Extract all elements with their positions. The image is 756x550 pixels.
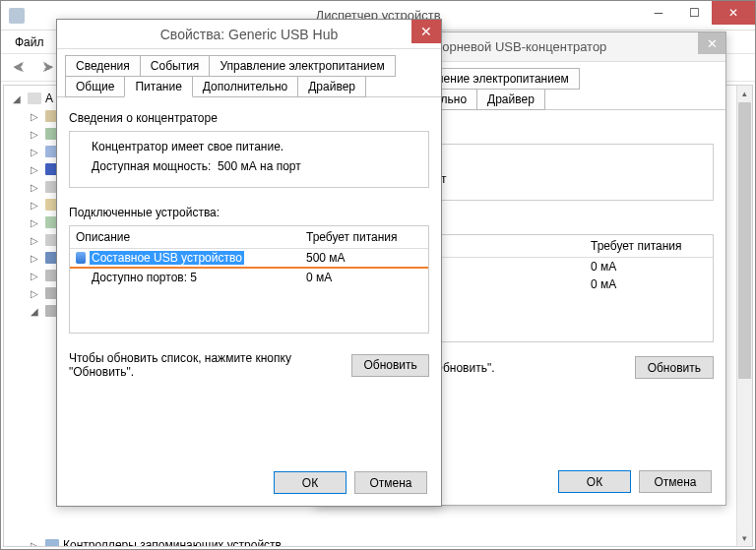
scroll-thumb[interactable] xyxy=(738,102,751,379)
properties-dialog-generic-hub: Свойства: Generic USB Hub ✕ Сведения Соб… xyxy=(56,19,442,507)
expand-icon[interactable]: ▷ xyxy=(28,540,41,548)
dialog-title: Корневой USB-концентратор xyxy=(435,39,607,54)
maximize-button[interactable]: ☐ xyxy=(676,1,712,25)
device-description: Составное USB устройство xyxy=(90,251,244,265)
refresh-button[interactable]: Обновить xyxy=(351,354,429,377)
refresh-button[interactable]: Обновить xyxy=(635,356,714,379)
close-button[interactable]: ✕ xyxy=(712,1,755,25)
scroll-down-icon[interactable]: ▾ xyxy=(737,530,752,546)
column-power-required[interactable]: Требует питания xyxy=(300,226,428,248)
computer-icon xyxy=(27,91,42,106)
hub-info-title: Сведения о концентраторе xyxy=(69,111,429,125)
connected-devices-table: Описание Требует питания Составное USB у… xyxy=(69,225,429,334)
tab-advanced[interactable]: Дополнительно xyxy=(192,76,298,97)
hub-self-powered-label: Концентратор имеет свое питание. xyxy=(92,140,418,153)
tab-driver[interactable]: Драйвер xyxy=(297,76,366,97)
column-power-required[interactable]: Требует питания xyxy=(585,235,713,257)
usb-device-icon xyxy=(76,252,86,264)
tab-power[interactable]: Питание xyxy=(124,76,192,97)
vertical-scrollbar[interactable]: ▴ ▾ xyxy=(736,86,752,546)
cancel-button[interactable]: Отмена xyxy=(354,471,427,494)
tab-driver[interactable]: Драйвер xyxy=(476,89,545,110)
storage-controller-icon xyxy=(44,537,60,547)
window-controls: ─ ☐ ✕ xyxy=(641,1,755,25)
expand-icon[interactable]: ◢ xyxy=(10,93,24,104)
dialog-titlebar[interactable]: Свойства: Generic USB Hub ✕ xyxy=(57,20,441,49)
column-description[interactable]: Описание xyxy=(70,226,300,248)
tab-general[interactable]: Общие xyxy=(65,76,125,97)
close-button[interactable]: ✕ xyxy=(411,20,441,43)
dialog-body: Сведения о концентраторе Концентратор им… xyxy=(57,97,441,389)
dialog-buttons: ОК Отмена xyxy=(274,471,427,494)
menu-file[interactable]: Файл xyxy=(7,33,52,51)
ok-button[interactable]: ОК xyxy=(558,470,631,493)
dialog-buttons: ОК Отмена xyxy=(558,470,712,493)
connected-devices-title: Подключенные устройства: xyxy=(69,206,429,219)
tree-item-storage[interactable]: ▷ Контроллеры запоминающих устройств xyxy=(10,536,746,547)
close-button[interactable]: ✕ xyxy=(698,32,725,54)
nav-back-button[interactable]: ⮜ xyxy=(7,57,31,79)
hub-available-power: Доступная мощность: 500 мА на порт xyxy=(92,159,418,173)
refresh-hint: Чтобы обновить список, нажмите кнопку "О… xyxy=(69,351,351,379)
dialog-title: Свойства: Generic USB Hub xyxy=(160,27,339,42)
table-row-selected[interactable]: Составное USB устройство 500 мА xyxy=(70,249,428,269)
tab-strip: Сведения События Управление электропитан… xyxy=(57,49,441,97)
device-description: Доступно портов: 5 xyxy=(92,271,197,284)
tab-events[interactable]: События xyxy=(140,55,211,77)
scroll-up-icon[interactable]: ▴ xyxy=(737,86,752,101)
table-row[interactable]: Доступно портов: 5 0 мА xyxy=(70,269,428,286)
device-power: 500 мА xyxy=(300,250,428,266)
tab-info[interactable]: Сведения xyxy=(65,55,141,77)
app-icon xyxy=(9,8,25,24)
minimize-button[interactable]: ─ xyxy=(641,1,676,25)
cancel-button[interactable]: Отмена xyxy=(639,470,712,493)
tab-power-management[interactable]: Управление электропитанием xyxy=(209,55,395,77)
ok-button[interactable]: ОК xyxy=(274,471,346,494)
device-power: 0 мА xyxy=(300,270,428,285)
